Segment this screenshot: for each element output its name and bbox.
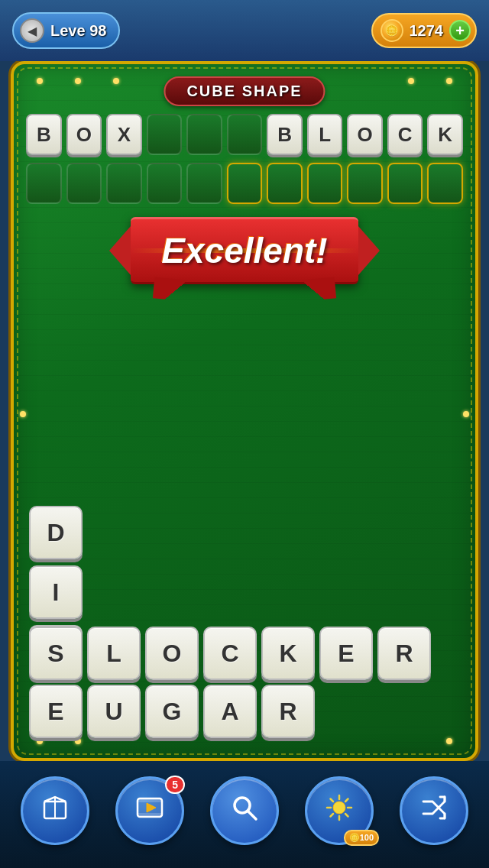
tile-empty-r2-3 — [106, 163, 142, 204]
tile-E2[interactable]: E — [319, 627, 373, 680]
word-grid: B O X B L O C K — [26, 114, 463, 212]
tile-empty-r2-5 — [186, 163, 222, 204]
tile-B2[interactable]: B — [267, 114, 303, 155]
tile-empty-r2-2 — [66, 163, 102, 204]
tile-L[interactable]: L — [307, 114, 343, 155]
svg-line-8 — [248, 811, 256, 819]
excellent-text: Excellent! — [161, 231, 327, 270]
tile-S[interactable]: S — [29, 627, 83, 680]
search-tool-button[interactable] — [206, 772, 283, 849]
level-text: Leve 98 — [50, 22, 106, 40]
tile-hl-2 — [267, 163, 303, 204]
hint-tool-button[interactable]: 🪙100 — [301, 772, 377, 849]
shuffle-tool-button[interactable] — [396, 772, 472, 849]
tile-G[interactable]: G — [145, 685, 199, 738]
svg-rect-4 — [138, 798, 162, 802]
tile-C3[interactable]: C — [203, 627, 257, 680]
tile-empty-1 — [147, 114, 183, 155]
tile-U[interactable]: U — [87, 685, 141, 738]
tile-A[interactable]: A — [203, 685, 257, 738]
tile-hl-1 — [227, 163, 263, 204]
tile-D[interactable]: D — [29, 506, 83, 559]
word-row-1: B O X B L O C K — [26, 114, 463, 155]
bottom-toolbar: 5 — [0, 761, 489, 868]
tile-hl-5 — [387, 163, 423, 204]
search-icon — [228, 791, 261, 831]
tile-empty-3 — [227, 114, 263, 155]
level-title-banner: CUBE SHAPE — [164, 76, 325, 106]
tile-C[interactable]: C — [387, 114, 423, 155]
tile-hl-6 — [427, 163, 463, 204]
coin-badge: 🪙 1274 + — [371, 13, 478, 48]
tile-K2[interactable]: K — [261, 627, 315, 680]
tile-L[interactable]: L — [87, 627, 141, 680]
crossword-area: D I C E U G A R S L O C K — [29, 506, 460, 735]
coin-icon: 🪙 — [381, 19, 403, 42]
tile-K[interactable]: K — [427, 114, 463, 155]
sun-icon — [322, 791, 356, 831]
excellent-banner: Excellent! — [84, 217, 405, 284]
tile-B[interactable]: B — [26, 114, 62, 155]
tile-hl-3 — [307, 163, 343, 204]
word-row-2 — [26, 163, 463, 204]
add-coins-button[interactable]: + — [449, 20, 471, 41]
back-button[interactable]: ◀ — [20, 18, 44, 43]
box-icon — [38, 791, 72, 831]
svg-line-17 — [331, 814, 334, 817]
tile-O2[interactable]: O — [347, 114, 383, 155]
ribbon-body: Excellent! — [131, 217, 358, 284]
video-badge: 5 — [165, 776, 185, 794]
video-icon — [133, 791, 167, 831]
box-tool-button[interactable] — [17, 772, 93, 849]
tile-O3[interactable]: O — [145, 627, 199, 680]
tile-hl-4 — [347, 163, 383, 204]
tile-empty-r2-4 — [147, 163, 183, 204]
coin-count: 1274 — [410, 22, 444, 40]
svg-point-9 — [333, 802, 345, 814]
hint-badge: 🪙100 — [344, 830, 379, 846]
level-badge[interactable]: ◀ Leve 98 — [12, 12, 120, 49]
tile-E[interactable]: E — [29, 685, 83, 738]
svg-line-14 — [331, 798, 334, 802]
tile-O[interactable]: O — [66, 114, 102, 155]
svg-line-15 — [345, 814, 348, 817]
top-bar: ◀ Leve 98 🪙 1274 + — [0, 0, 489, 61]
tile-R2[interactable]: R — [377, 627, 431, 680]
svg-rect-5 — [138, 813, 162, 817]
level-title: CUBE SHAPE — [186, 83, 302, 99]
tile-empty-r2-1 — [26, 163, 62, 204]
tile-R[interactable]: R — [261, 685, 315, 738]
shuffle-icon — [417, 791, 451, 831]
tile-empty-2 — [186, 114, 222, 155]
game-area: CUBE SHAPE B O X B L O C K — [11, 61, 478, 761]
tile-X[interactable]: X — [106, 114, 142, 155]
tile-I[interactable]: I — [29, 565, 83, 619]
svg-line-16 — [345, 798, 348, 802]
video-tool-button[interactable]: 5 — [112, 772, 188, 849]
